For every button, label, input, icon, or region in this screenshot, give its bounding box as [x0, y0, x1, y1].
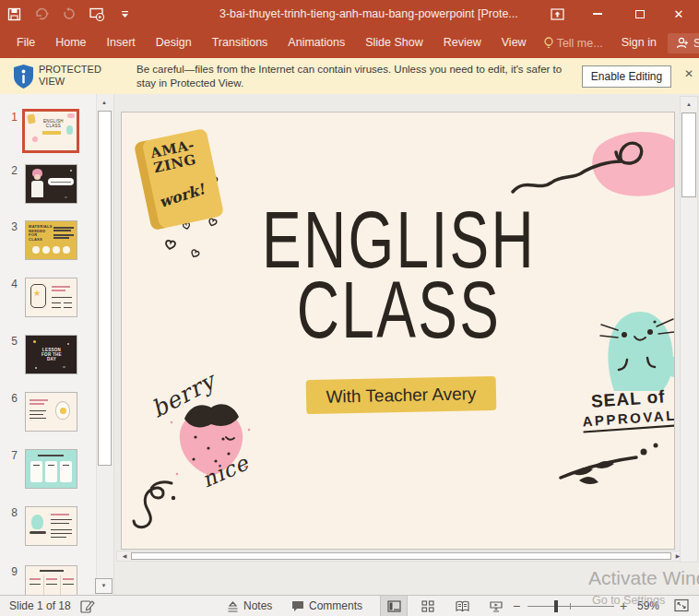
- minimize-button[interactable]: [577, 0, 618, 28]
- share-person-icon: [676, 37, 689, 49]
- thumb-number: 9: [0, 565, 18, 578]
- zoom-level[interactable]: 59%: [637, 599, 659, 612]
- protected-view-banner: PROTECTED VIEW Be careful—files from the…: [0, 58, 699, 94]
- enable-editing-button[interactable]: Enable Editing: [582, 65, 671, 88]
- slide-sorter-view-button[interactable]: [414, 596, 442, 616]
- zoom-out-icon[interactable]: −: [513, 598, 520, 613]
- close-icon: ✕: [674, 7, 684, 21]
- minimize-icon: [593, 13, 602, 15]
- ribbon-display-options-icon[interactable]: [537, 0, 577, 28]
- undo-icon: [28, 0, 55, 28]
- thumb-number: 2: [0, 164, 18, 177]
- comments-icon: [291, 600, 304, 612]
- book-doodle-text: AMA- ZING: [149, 137, 199, 175]
- redo-icon: [55, 0, 83, 28]
- thumbnail-slide-8[interactable]: [25, 506, 77, 546]
- zoom-in-icon[interactable]: +: [620, 598, 627, 613]
- thumbnail-scroll-down-icon[interactable]: ▼: [95, 578, 113, 594]
- notes-label: Notes: [243, 599, 272, 612]
- sign-in-button[interactable]: Sign in: [610, 28, 668, 58]
- zoom-slider-track[interactable]: [527, 606, 614, 607]
- save-icon[interactable]: [0, 0, 28, 28]
- tab-file[interactable]: File: [6, 28, 45, 58]
- slide-canvas: AMA- ZING work! ENGLISH CLASS With Teach…: [115, 94, 699, 595]
- thumbnail-slide-6[interactable]: [25, 392, 77, 432]
- titlebar: 3-bai-thuyet-trinh-tieng-anh-mau-bang-po…: [0, 0, 699, 28]
- thumb-number: 1: [0, 111, 18, 124]
- branch-doodle: [561, 444, 658, 485]
- fit-slide-to-window-icon[interactable]: [674, 598, 689, 615]
- thumb-number: 5: [0, 335, 18, 348]
- protected-shield-icon: [14, 65, 33, 89]
- zoom-slider-tick: [570, 603, 571, 610]
- thumbnail-slide-1[interactable]: ENGLISH CLASS: [22, 109, 79, 153]
- restore-button[interactable]: [620, 0, 660, 28]
- notes-icon: [227, 600, 239, 612]
- reading-view-button[interactable]: [448, 596, 476, 616]
- horizontal-scrollbar[interactable]: ◀ ▶: [116, 551, 686, 562]
- restore-icon: [635, 10, 645, 18]
- thumb-number: 8: [0, 506, 18, 519]
- tab-home[interactable]: Home: [45, 28, 96, 58]
- tell-me-label: Tell me...: [557, 37, 603, 50]
- thumbnail-scrollbar-thumb[interactable]: [98, 111, 112, 466]
- start-slideshow-icon[interactable]: [83, 0, 111, 28]
- window-title: 3-bai-thuyet-trinh-tieng-anh-mau-bang-po…: [219, 0, 533, 28]
- tab-view[interactable]: View: [492, 28, 537, 58]
- tab-insert[interactable]: Insert: [97, 28, 146, 58]
- horizontal-scrollbar-thumb[interactable]: [131, 552, 671, 560]
- normal-view-button[interactable]: [380, 596, 408, 616]
- close-button[interactable]: ✕: [658, 0, 699, 28]
- thumbnail-slide-4[interactable]: ★: [25, 278, 77, 317]
- comments-label: Comments: [309, 599, 362, 612]
- seal-of-approval-text: SEAL of APPROVAL: [575, 385, 675, 433]
- scroll-left-icon[interactable]: ◀: [119, 551, 130, 561]
- thumbnail-slide-7[interactable]: [25, 449, 77, 489]
- spell-check-pen-icon[interactable]: [80, 599, 95, 616]
- share-label: Share: [693, 37, 699, 50]
- slide[interactable]: AMA- ZING work! ENGLISH CLASS With Teach…: [121, 112, 675, 550]
- scroll-up-icon[interactable]: ▲: [681, 99, 697, 111]
- thumb-number: 4: [0, 278, 18, 290]
- status-bar: Slide 1 of 18 Notes Comments − + 59%: [0, 595, 699, 616]
- share-button[interactable]: Share: [668, 33, 699, 53]
- tab-transitions[interactable]: Transitions: [202, 28, 278, 58]
- quick-access-toolbar: [0, 0, 138, 28]
- customize-qat-icon[interactable]: [111, 0, 138, 28]
- ribbon-tab-bar: File Home Insert Design Transitions Anim…: [0, 28, 699, 58]
- e-squiggle-doodle: [134, 482, 172, 527]
- slideshow-view-button[interactable]: [482, 596, 510, 616]
- banner-close-icon[interactable]: ✕: [684, 67, 693, 80]
- thumbnail-slide-2[interactable]: [25, 164, 77, 204]
- main-area: 1 ENGLISH CLASS 2: [0, 94, 699, 595]
- vertical-scrollbar[interactable]: ▲: [680, 96, 698, 563]
- tab-animations[interactable]: Animations: [278, 28, 355, 58]
- slide-thumbnail-panel: 1 ENGLISH CLASS 2: [0, 94, 114, 595]
- slide-indicator: Slide 1 of 18: [9, 599, 71, 612]
- thumb-number: 3: [0, 220, 18, 233]
- tell-me-box[interactable]: Tell me...: [537, 37, 610, 50]
- lightbulb-icon: [544, 37, 553, 50]
- thumbnail-slide-3[interactable]: MATERIALS NEEDED FOR CLASS: [25, 220, 77, 260]
- tab-review[interactable]: Review: [433, 28, 492, 58]
- tab-slide-show[interactable]: Slide Show: [355, 28, 433, 58]
- vertical-scrollbar-thumb[interactable]: [681, 113, 696, 197]
- comments-toggle[interactable]: Comments: [291, 599, 362, 612]
- pink-blob-doodle: [513, 132, 675, 196]
- slide-subtitle: With Teacher Avery: [306, 376, 497, 414]
- slide-title: ENGLISH CLASS: [183, 205, 615, 346]
- tab-design[interactable]: Design: [146, 28, 202, 58]
- title-line-2: CLASS: [183, 275, 615, 345]
- thumbnail-slide-9[interactable]: [25, 565, 77, 595]
- zoom-slider-thumb[interactable]: [554, 600, 558, 612]
- thumb-number: 7: [0, 449, 18, 462]
- powerpoint-window: 3-bai-thuyet-trinh-tieng-anh-mau-bang-po…: [0, 0, 699, 616]
- thumb-number: 6: [0, 392, 18, 405]
- protected-view-label: PROTECTED VIEW: [39, 64, 109, 88]
- thumbnail-slide-5[interactable]: LESSON FOR THE DAY: [25, 335, 77, 374]
- thumbnail-scroll-up-icon[interactable]: ▲: [96, 96, 113, 110]
- protected-view-message: Be careful—files from the Internet can c…: [136, 63, 577, 89]
- notes-toggle[interactable]: Notes: [227, 599, 272, 612]
- star-icon: ★: [33, 289, 41, 298]
